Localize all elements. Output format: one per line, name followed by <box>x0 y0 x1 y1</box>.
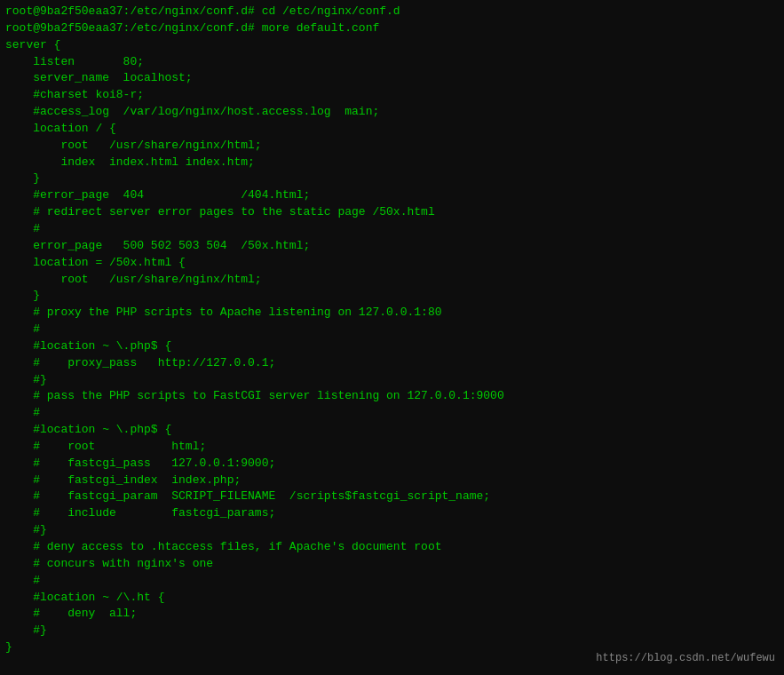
terminal-line: root /usr/share/nginx/html; <box>5 272 779 289</box>
terminal-line: # <box>5 405 779 422</box>
terminal-line: error_page 500 502 503 504 /50x.html; <box>5 238 779 255</box>
terminal-line: # proxy the PHP scripts to Apache listen… <box>5 305 779 322</box>
terminal-line: # proxy_pass http://127.0.0.1; <box>5 355 779 372</box>
terminal-line: #location ~ \.php$ { <box>5 422 779 439</box>
terminal-line: # deny all; <box>5 606 779 623</box>
terminal-line: # fastcgi_pass 127.0.0.1:9000; <box>5 456 779 472</box>
terminal-line: root@9ba2f50eaa37:/etc/nginx/conf.d# mor… <box>5 20 779 37</box>
terminal-line: index index.html index.htm; <box>5 155 779 171</box>
terminal-content: root@9ba2f50eaa37:/etc/nginx/conf.d# cd … <box>5 4 779 656</box>
terminal-line: # concurs with nginx's one <box>5 556 779 573</box>
terminal-line: #location ~ \.php$ { <box>5 338 779 355</box>
terminal-line: # <box>5 322 779 338</box>
terminal-line: #} <box>5 522 779 539</box>
terminal-line: location = /50x.html { <box>5 255 779 272</box>
terminal-line: # root html; <box>5 439 779 456</box>
terminal-line: # deny access to .htaccess files, if Apa… <box>5 539 779 556</box>
terminal-line: root@9ba2f50eaa37:/etc/nginx/conf.d# cd … <box>5 4 779 20</box>
terminal-line: #} <box>5 372 779 389</box>
terminal-window: root@9ba2f50eaa37:/etc/nginx/conf.d# cd … <box>0 0 784 675</box>
terminal-line: # pass the PHP scripts to FastCGI server… <box>5 388 779 405</box>
terminal-line: #access_log /var/log/nginx/host.access.l… <box>5 104 779 121</box>
terminal-line: #} <box>5 623 779 639</box>
terminal-line: # fastcgi_param SCRIPT_FILENAME /scripts… <box>5 488 779 505</box>
terminal-line: #charset koi8-r; <box>5 87 779 104</box>
terminal-line: } <box>5 171 779 187</box>
terminal-line: #location ~ /\.ht { <box>5 590 779 607</box>
terminal-line: } <box>5 288 779 305</box>
terminal-line: # <box>5 221 779 238</box>
terminal-line: location / { <box>5 121 779 138</box>
terminal-line: # <box>5 573 779 590</box>
terminal-line: server_name localhost; <box>5 70 779 87</box>
terminal-line: # fastcgi_index index.php; <box>5 472 779 489</box>
terminal-line: server { <box>5 37 779 54</box>
terminal-line: #error_page 404 /404.html; <box>5 187 779 204</box>
terminal-line: listen 80; <box>5 54 779 71</box>
terminal-line: # include fastcgi_params; <box>5 505 779 522</box>
terminal-line: # redirect server error pages to the sta… <box>5 204 779 221</box>
terminal-line: root /usr/share/nginx/html; <box>5 138 779 155</box>
watermark: https://blog.csdn.net/wufewu <box>596 651 775 666</box>
